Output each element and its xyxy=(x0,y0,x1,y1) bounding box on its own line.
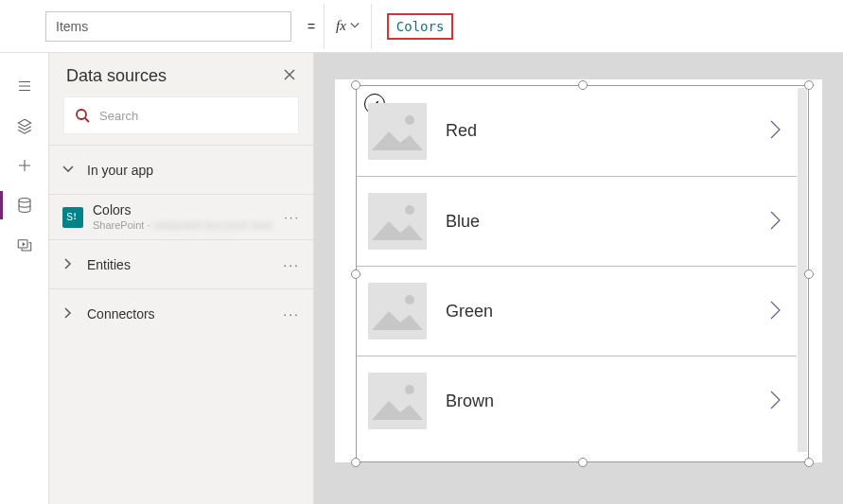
svg-point-4 xyxy=(405,115,414,125)
database-icon xyxy=(16,197,33,214)
svg-point-0 xyxy=(19,199,30,203)
equals-label: = xyxy=(299,19,316,34)
section-label: Connectors xyxy=(87,306,155,322)
chevron-right-icon[interactable] xyxy=(768,118,783,144)
datasource-colors[interactable]: S⠇ Colors SharePoint · redacted account … xyxy=(49,194,313,239)
item-title: Brown xyxy=(446,391,494,411)
chevron-right-icon[interactable] xyxy=(768,299,783,324)
svg-rect-5 xyxy=(368,193,427,250)
fx-button[interactable]: fx xyxy=(324,4,372,49)
rail-add[interactable] xyxy=(0,146,49,185)
resize-handle[interactable] xyxy=(804,458,814,467)
rail-data[interactable] xyxy=(0,185,49,225)
resize-handle[interactable] xyxy=(351,269,360,279)
item-title: Green xyxy=(446,302,493,322)
svg-point-6 xyxy=(405,205,414,215)
list-item[interactable]: Red xyxy=(357,86,797,176)
resize-handle[interactable] xyxy=(804,80,814,90)
chevron-down-icon xyxy=(62,163,74,178)
close-icon xyxy=(283,68,296,81)
item-title: Blue xyxy=(446,212,480,232)
svg-point-10 xyxy=(405,385,414,394)
connectors-more-button[interactable]: ··· xyxy=(283,306,300,322)
panel-title: Data sources xyxy=(66,66,167,86)
chevron-down-icon xyxy=(350,18,360,34)
datasource-name: Colors xyxy=(93,202,272,219)
list-item[interactable]: Green xyxy=(357,266,797,356)
image-placeholder-icon xyxy=(368,103,427,160)
plus-icon xyxy=(16,157,33,174)
data-sources-panel: Data sources Search In your app S⠇ Color… xyxy=(49,53,314,504)
formula-input[interactable]: Colors xyxy=(379,10,832,43)
layers-icon xyxy=(16,117,33,134)
svg-rect-9 xyxy=(368,373,427,429)
chevron-right-icon xyxy=(62,306,74,322)
rail-tree-view[interactable] xyxy=(0,66,49,106)
chevron-right-icon[interactable] xyxy=(768,209,783,235)
formula-text: Colors xyxy=(387,13,454,40)
fx-label: fx xyxy=(336,18,346,34)
chevron-right-icon xyxy=(62,257,74,272)
property-selector-label: Items xyxy=(56,19,88,34)
sharepoint-icon: S⠇ xyxy=(62,207,83,228)
item-title: Red xyxy=(446,121,477,141)
rail-insert[interactable] xyxy=(0,106,49,146)
search-placeholder: Search xyxy=(99,109,138,123)
resize-handle[interactable] xyxy=(578,458,588,467)
datasource-more-button[interactable]: ··· xyxy=(284,210,300,224)
chevron-right-icon[interactable] xyxy=(768,389,783,414)
section-entities[interactable]: Entities ··· xyxy=(49,239,313,288)
svg-point-8 xyxy=(405,295,414,304)
image-placeholder-icon xyxy=(368,373,427,429)
entities-more-button[interactable]: ··· xyxy=(283,257,300,272)
resize-handle[interactable] xyxy=(578,80,588,90)
image-placeholder-icon xyxy=(368,283,427,339)
screen-frame: Red Blue Green xyxy=(335,79,822,462)
section-label: Entities xyxy=(87,257,131,272)
image-placeholder-icon xyxy=(368,193,427,250)
resize-handle[interactable] xyxy=(351,458,360,467)
rail-media[interactable] xyxy=(0,225,49,265)
svg-rect-7 xyxy=(368,283,427,339)
list-item[interactable]: Brown xyxy=(357,356,797,445)
property-selector[interactable]: Items xyxy=(45,11,291,42)
svg-rect-3 xyxy=(368,103,427,160)
section-label: In your app xyxy=(87,163,153,178)
gallery-items: Red Blue Green xyxy=(357,86,797,461)
media-icon xyxy=(16,236,33,253)
section-connectors[interactable]: Connectors ··· xyxy=(49,288,313,338)
canvas[interactable]: Red Blue Green xyxy=(314,53,843,504)
list-item[interactable]: Blue xyxy=(357,176,797,266)
datasource-subtitle: SharePoint · redacted account text xyxy=(93,219,272,233)
search-icon xyxy=(75,108,90,123)
gallery-control[interactable]: Red Blue Green xyxy=(356,85,809,462)
left-rail xyxy=(0,53,49,504)
section-in-your-app[interactable]: In your app xyxy=(49,145,313,194)
formula-bar: Items = fx Colors xyxy=(0,0,843,53)
search-input[interactable]: Search xyxy=(64,97,298,133)
svg-point-2 xyxy=(77,110,86,119)
menu-icon xyxy=(16,78,33,95)
close-panel-button[interactable] xyxy=(283,68,296,84)
resize-handle[interactable] xyxy=(804,269,814,279)
resize-handle[interactable] xyxy=(351,80,360,90)
